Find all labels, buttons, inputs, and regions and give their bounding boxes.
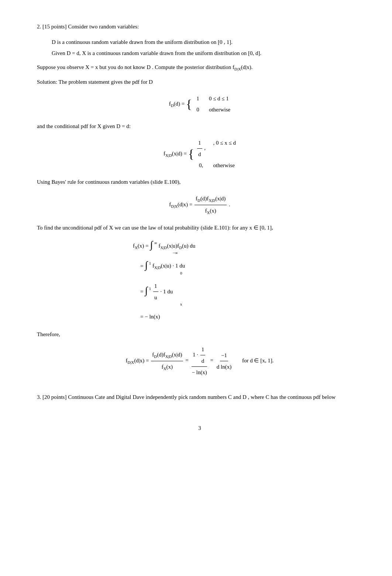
fXD-equation: fX|D(x|d) = { 1 d , , 0 ≤ x ≤ d 0,	[37, 137, 362, 171]
uncond-text: To find the unconditional pdf of X we ca…	[37, 223, 362, 232]
fD-equation: fD(d) = { 1 0 ≤ d ≤ 1 0 otherwise	[37, 93, 362, 115]
therefore-text: Therefore,	[37, 330, 362, 339]
solution-intro-block: Solution: The problem statement gives th…	[37, 77, 362, 86]
bayes-equation: fD|X(d|x) = fD(d)fX|D(x|d) fX(x) .	[37, 193, 362, 217]
suppose-text: Suppose you observe X = x but you do not…	[37, 63, 362, 72]
final-equation: fD|X(d|x) = fD(d)fX|D(x|d) fX(x) = 1 · 1…	[37, 344, 362, 378]
problem2-body: D is a continuous random variable drawn …	[52, 38, 362, 58]
page-number: 3	[37, 424, 362, 432]
bayes-text: Using Bayes' rule for continuous random …	[37, 177, 362, 186]
X-description: Given D = d, X is a continuous random va…	[52, 49, 362, 58]
cond-pdf-text: and the conditional pdf for X given D = …	[37, 122, 362, 131]
solution-intro: Solution: The problem statement gives th…	[37, 77, 362, 86]
problem3-header: 3. [20 points] Continuous Cate and Digit…	[37, 393, 362, 401]
fX-derivation: fX(x) = ∫ ∞ fX|D(x|u)fD(u) du −∞ = ∫ 1 f…	[111, 239, 362, 323]
suppose-block: Suppose you observe X = x but you do not…	[37, 63, 362, 72]
problem2-header: 2. [15 points] Consider two random varia…	[37, 22, 362, 31]
page-content: 2. [15 points] Consider two random varia…	[37, 22, 362, 432]
problem2-title: 2. [15 points] Consider two random varia…	[37, 24, 139, 30]
D-description: D is a continuous random variable drawn …	[52, 38, 362, 46]
problem3: 3. [20 points] Continuous Cate and Digit…	[37, 393, 362, 401]
